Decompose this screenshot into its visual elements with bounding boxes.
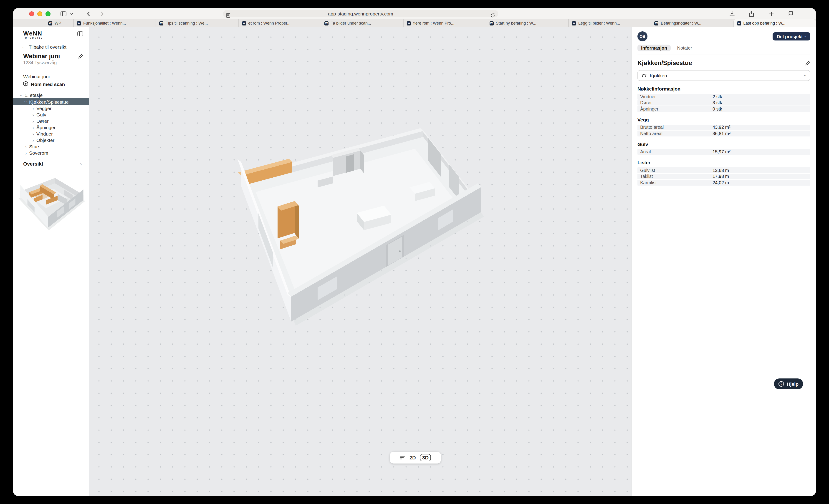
- address-bar[interactable]: app-staging.wennproperty.com: [223, 10, 498, 17]
- overview-header[interactable]: Oversikt ›: [13, 160, 89, 168]
- minimize-button[interactable]: [37, 11, 42, 16]
- chevron-right-icon: ›: [31, 106, 35, 111]
- tab-overview-icon[interactable]: [787, 10, 794, 17]
- tree-item-objects[interactable]: › Objekter: [13, 137, 89, 143]
- row-label: Gulvlist: [638, 168, 655, 173]
- chevron-down-icon: ›: [79, 163, 84, 165]
- tab-bar: W WP W Funksjonalitet : Wenn... W Tips t…: [13, 19, 816, 27]
- divider: [13, 158, 89, 158]
- back-to-overview-link[interactable]: ← Tilbake til oversikt: [13, 43, 89, 51]
- tab-tips-til-scanning[interactable]: W Tips til scanning : We...: [156, 19, 239, 27]
- row-value: 24,02 m: [713, 180, 729, 185]
- tree-item-windows[interactable]: › Vinduer: [13, 131, 89, 137]
- chevron-down-icon: ›: [19, 93, 24, 97]
- share-project-label: Del prosjekt: [777, 34, 803, 39]
- row-value: 15,97 m²: [713, 149, 730, 154]
- wenn-favicon: W: [242, 21, 246, 25]
- wenn-favicon: W: [77, 21, 81, 25]
- share-icon[interactable]: [748, 10, 754, 17]
- help-button[interactable]: ? Hjelp: [774, 379, 803, 389]
- edit-room-icon[interactable]: [805, 61, 810, 66]
- tab-legg-til-bilder[interactable]: W Legg til bilder : Wenn...: [568, 19, 651, 27]
- tab-label: Ta bilder under scan...: [331, 21, 371, 26]
- avatar[interactable]: OB: [638, 31, 647, 41]
- room-title: Kjøkken/Spisestue: [638, 60, 692, 66]
- question-mark-icon: ?: [779, 381, 784, 387]
- tab-label: et rom : Wenn Proper...: [248, 21, 290, 26]
- tab-flere-rom[interactable]: W flere rom : Wenn Pro...: [403, 19, 486, 27]
- chevron-right-icon: ›: [31, 112, 35, 117]
- section-title: Nøkkelinformasjon: [638, 86, 810, 92]
- row-label: Areal: [638, 149, 651, 154]
- tab-label: Last opp befaring : W...: [743, 21, 785, 26]
- section-title: Vegg: [638, 117, 810, 122]
- sidebar: WeNN property ← Tilbake til oversikt Web…: [13, 27, 89, 496]
- toggle-3d-button[interactable]: 3D: [420, 454, 431, 461]
- floorplan-3d-view[interactable]: [224, 124, 488, 328]
- tree-item-floor-1[interactable]: › 1. etasje: [13, 92, 89, 98]
- back-icon[interactable]: [85, 10, 91, 17]
- row-label: Vinduer: [638, 94, 656, 99]
- forward-icon[interactable]: [99, 10, 105, 17]
- section-title: Lister: [638, 160, 810, 165]
- tree-item-openings[interactable]: › Åpninger: [13, 124, 89, 131]
- room-type-select[interactable]: Kjøkken ›: [638, 70, 810, 81]
- tab-label: Funksjonalitet : Wenn...: [83, 21, 126, 26]
- tree-item-walls[interactable]: › Vegger: [13, 105, 89, 111]
- tab-befaringsnotater[interactable]: W Befaringsnotater : W...: [651, 19, 733, 27]
- tree-label: Vinduer: [36, 131, 53, 137]
- tree-label: Vegger: [36, 106, 51, 111]
- arrow-left-icon: ←: [22, 44, 26, 49]
- viewer-canvas[interactable]: 2D 3D: [89, 27, 632, 496]
- tab-label: Befaringsnotater : W...: [661, 21, 701, 26]
- tree-item-floor-surface[interactable]: › Gulv: [13, 111, 89, 118]
- window-controls: [29, 11, 50, 16]
- tree-label: Objekter: [36, 137, 55, 143]
- chevron-right-icon: ›: [31, 138, 35, 143]
- chevron-right-icon: ›: [31, 131, 35, 136]
- info-panel: OB Del prosjekt › Informasjon Notater Kj…: [632, 27, 816, 496]
- wenn-favicon: W: [489, 21, 494, 25]
- wenn-logo-sub: property: [23, 36, 43, 39]
- browser-window: app-staging.wennproperty.com W W: [13, 8, 816, 496]
- sidebar-toggle-icon[interactable]: [60, 10, 66, 17]
- chevron-right-icon: ›: [24, 150, 28, 155]
- tab-funksjonalitet[interactable]: W Funksjonalitet : Wenn...: [73, 19, 156, 27]
- new-tab-icon[interactable]: [768, 10, 774, 17]
- chevron-right-icon: ›: [31, 118, 35, 123]
- toggle-2d-button[interactable]: 2D: [409, 455, 416, 460]
- edit-project-icon[interactable]: [78, 53, 83, 59]
- row-label: Netto areal: [638, 131, 662, 136]
- tab-notes[interactable]: Notater: [677, 45, 692, 50]
- tree-item-soverom[interactable]: › Soverom: [13, 150, 89, 156]
- chevron-down-icon[interactable]: [70, 10, 73, 17]
- tab-last-opp-befaring[interactable]: W Last opp befaring : W...: [733, 19, 816, 27]
- tab-label: Legg til bilder : Wenn...: [578, 21, 620, 26]
- tree-item-kitchen-selected[interactable]: › Kjøkken/Spisestue: [13, 98, 89, 105]
- info-row-areal: Areal 15,97 m²: [638, 149, 810, 155]
- pinned-tab-wp[interactable]: W WP: [45, 19, 73, 27]
- tree-label: Kjøkken/Spisestue: [29, 99, 69, 104]
- download-icon[interactable]: [729, 10, 735, 17]
- tab-information[interactable]: Informasjon: [638, 44, 671, 51]
- row-label: Karmlist: [638, 180, 656, 185]
- view-options-icon[interactable]: [400, 454, 405, 462]
- reload-icon[interactable]: [491, 11, 495, 20]
- info-row-vinduer: Vinduer 2 stk: [638, 94, 810, 99]
- tab-et-rom[interactable]: W et rom : Wenn Proper...: [238, 19, 321, 27]
- tree-item-stue[interactable]: › Stue: [13, 143, 89, 150]
- nav-item-rooms-with-scan[interactable]: Rom med scan: [13, 80, 89, 88]
- sidebar-collapse-icon[interactable]: [77, 31, 83, 36]
- close-button[interactable]: [29, 11, 34, 16]
- tree-item-doors[interactable]: › Dører: [13, 118, 89, 124]
- zoom-button[interactable]: [45, 11, 50, 16]
- tab-ta-bilder[interactable]: W Ta bilder under scan...: [321, 19, 403, 27]
- share-project-button[interactable]: Del prosjekt ›: [772, 32, 810, 40]
- app-root: WeNN property ← Tilbake til oversikt Web…: [13, 27, 816, 496]
- url-text: app-staging.wennproperty.com: [328, 11, 393, 16]
- floorplan-thumbnail[interactable]: [14, 171, 88, 231]
- row-value: 2 stk: [713, 94, 722, 99]
- nav-item-project[interactable]: Webinar juni: [13, 72, 89, 80]
- tab-start-ny-befaring[interactable]: W Start ny befaring : W...: [486, 19, 568, 27]
- room-title-row: Kjøkken/Spisestue: [638, 55, 810, 70]
